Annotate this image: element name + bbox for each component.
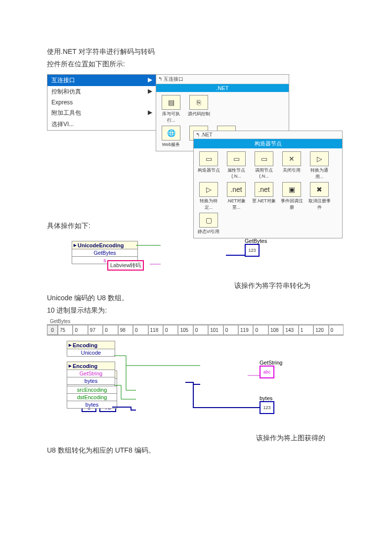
menu-item-interconnect[interactable]: 互连接口 ▶ — [47, 75, 156, 86]
array-cell: 98 — [118, 325, 133, 335]
arg-row: dstEncoding — [67, 393, 117, 401]
property-row: Unicode — [67, 349, 115, 356]
menu-item-label: 选择VI... — [51, 120, 74, 129]
menu-item-label: 附加工具包 — [51, 109, 81, 117]
palette-breadcrumb[interactable]: ↰ .NET — [194, 131, 342, 139]
palette-item[interactable]: ✖取消注册事件 — [306, 182, 332, 211]
unregister-icon: ✖ — [310, 182, 329, 197]
palette-item[interactable]: ▭属性节点(.N... — [223, 151, 249, 180]
menu-item-express[interactable]: Express — [47, 97, 156, 107]
palette-item-label: 关闭引用 — [283, 168, 301, 173]
caption-2-cont: U8 数组转化为相应的 UTF8 编码。 — [47, 445, 345, 456]
property-icon: ▸ — [69, 342, 72, 348]
palette-item[interactable]: .net至.NET对象 — [251, 182, 277, 211]
invoke-node-getstring[interactable]: ▸Encoding GetString bytes — [67, 362, 115, 385]
menu-item-label: Express — [51, 99, 73, 106]
palette-item[interactable]: ✕关闭引用 — [279, 151, 305, 180]
library-icon: ▤ — [162, 95, 180, 110]
palette-item-label: 库与可执行... — [162, 111, 180, 123]
arg-row: bytes — [67, 401, 117, 408]
palette-item[interactable]: ▭调用节点(.N... — [251, 151, 277, 180]
arg-row: bytes — [67, 377, 115, 384]
indicator-label: GetBytes — [245, 238, 267, 244]
palette-item[interactable]: ▷转换为特定... — [196, 182, 221, 211]
arg-row: srcEncoding — [67, 386, 117, 393]
node-class: Encoding — [73, 363, 97, 369]
array-cell: 0 — [193, 325, 208, 335]
palette-item[interactable]: ▤库与可执行... — [158, 95, 184, 124]
context-menu: 互连接口 ▶ 控制和仿真 ▶ Express 附加工具包 ▶ 选择VI... — [47, 74, 157, 131]
palette-item-constructor[interactable]: ▭构造器节点 — [196, 151, 221, 180]
palette-item[interactable]: .net.NET对象至... — [223, 182, 249, 211]
indicator-icon: 123 — [245, 244, 260, 257]
palette-item-label: 至.NET对象 — [252, 198, 276, 203]
palette-item-label: 调用节点(.N... — [255, 168, 273, 179]
array-cell: 120 — [313, 325, 328, 335]
palette-grid: ▭构造器节点 ▭属性节点(.N... ▭调用节点(.N... ✕关闭引用 ▷转换… — [194, 148, 342, 238]
intro-line-1: 使用.NET 对字符串进行解码与转码 — [47, 46, 345, 57]
submenu-arrow-icon: ▶ — [148, 88, 152, 96]
palette-item-label: 静态VI引用 — [198, 229, 220, 234]
array-cell: 75 — [58, 325, 73, 335]
static-vi-icon: ▢ — [199, 213, 218, 228]
palette-item-label: 构造器节点 — [198, 168, 220, 173]
palette-item[interactable]: 🌐Web服务 — [158, 126, 184, 148]
array-cell: 97 — [88, 325, 103, 335]
array-cell: 119 — [238, 325, 253, 335]
node-class: Encoding — [73, 342, 97, 348]
palette-item[interactable]: ▣事件回调注册 — [279, 182, 305, 211]
array-cell: 0 — [253, 325, 268, 335]
bytes-indicator[interactable]: bytes 123 — [260, 395, 274, 414]
node-icon: ▭ — [199, 151, 218, 166]
array-cell: 1 — [299, 325, 313, 335]
string-constant[interactable]: Labview转码 — [107, 260, 144, 271]
array-label: GetBytes — [50, 319, 344, 324]
node-header: ▸UnicodeEncoding — [72, 241, 137, 249]
node-header: ▸Encoding — [67, 362, 115, 370]
invoke-icon: ▸ — [74, 242, 77, 248]
palette-item-label: 源代码控制 — [188, 111, 210, 116]
palette-item[interactable]: ▢静态VI引用 — [196, 213, 221, 235]
indicator-label: bytes — [260, 395, 274, 401]
array-cell: 105 — [178, 325, 193, 335]
web-services-icon: 🌐 — [162, 126, 180, 140]
menu-item-control[interactable]: 控制和仿真 ▶ — [47, 86, 156, 97]
submenu-arrow-icon: ▶ — [148, 76, 152, 85]
palette-screenshot: 互连接口 ▶ 控制和仿真 ▶ Express 附加工具包 ▶ 选择VI... ↰… — [47, 74, 344, 218]
caption-1-right: 该操作为将字符串转化为 — [47, 280, 310, 291]
array-cell: 101 — [208, 325, 223, 335]
array-cell: 118 — [148, 325, 163, 335]
palette-item[interactable]: ▷转换为通用... — [306, 151, 332, 180]
palette-item-label: 转换为特定... — [200, 198, 218, 210]
palette-item-label: Web服务 — [162, 142, 180, 147]
array-cell: 0 — [73, 325, 87, 335]
array-indicator[interactable]: GetBytes 123 — [245, 238, 267, 257]
palette-dotnet: ↰ .NET 构造器节点 ▭构造器节点 ▭属性节点(.N... ▭调用节点(.N… — [193, 131, 343, 238]
palette-item[interactable]: ⎘源代码控制 — [186, 95, 212, 124]
callback-icon: ▣ — [282, 182, 301, 197]
node-icon: ▭ — [227, 151, 246, 166]
caption-2-right: 该操作为将上图获得的 — [47, 433, 325, 443]
array-cells: 0 75 0 97 0 98 0 118 0 105 0 101 0 119 0… — [47, 324, 344, 336]
menu-item-label: 互连接口 — [51, 76, 75, 85]
array-cell: 0 — [163, 325, 178, 335]
decimal-result-label: 10 进制显示结果为: — [47, 305, 345, 316]
menu-item-addons[interactable]: 附加工具包 ▶ — [47, 107, 156, 119]
source-control-icon: ⎘ — [189, 95, 208, 110]
property-node-unicode[interactable]: ▸Encoding Unicode — [67, 341, 115, 357]
array-cell: 0 — [133, 325, 148, 335]
palette-item-label: 取消注册事件 — [308, 198, 331, 210]
palette-breadcrumb[interactable]: ↰ 互连接口 — [156, 75, 289, 84]
node-header: ▸Encoding — [67, 341, 115, 349]
string-indicator[interactable]: GetString abc — [260, 360, 282, 378]
dotnet-icon: .net — [255, 182, 273, 197]
block-diagram-1: ▣UnicodeEncoding ▸UnicodeEncoding GetByt… — [72, 238, 329, 278]
dotnet-icon: .net — [227, 182, 246, 197]
array-index[interactable]: 0 — [47, 325, 58, 335]
node-icon: ▭ — [255, 151, 273, 166]
cast-icon: ▷ — [199, 182, 218, 197]
menu-item-select-vi[interactable]: 选择VI... — [47, 119, 156, 130]
indicator-icon: 123 — [260, 401, 274, 414]
menu-item-label: 控制和仿真 — [51, 88, 81, 96]
palette-item-label: 属性节点(.N... — [227, 168, 245, 179]
